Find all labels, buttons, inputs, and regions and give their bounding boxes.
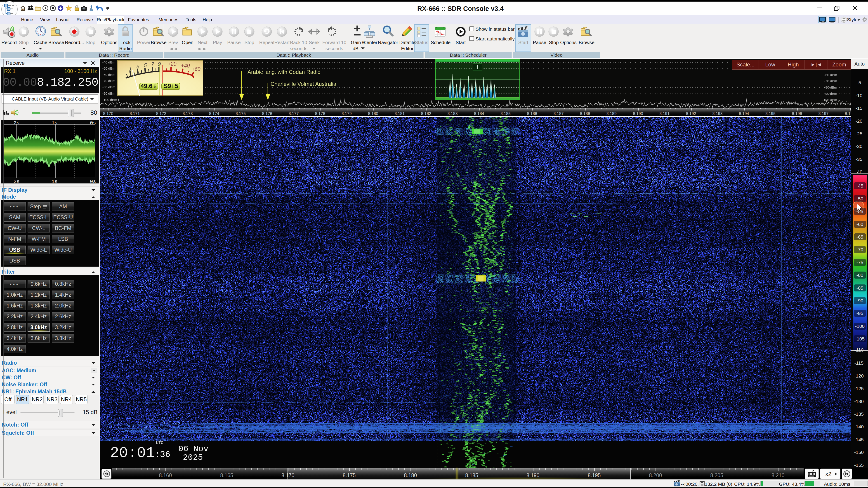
- svg-text:7: 7: [151, 61, 154, 67]
- svg-text:+60: +60: [191, 66, 200, 72]
- svg-text:49.6: 49.6: [141, 83, 153, 90]
- svg-text:3: 3: [136, 64, 140, 70]
- svg-text:S9+5: S9+5: [164, 83, 178, 90]
- svg-text:1: 1: [129, 66, 132, 72]
- svg-text:+20: +20: [167, 61, 176, 67]
- svg-text:SNR: SNR: [154, 83, 156, 88]
- svg-text:5: 5: [144, 62, 147, 68]
- svg-text:+40: +40: [181, 63, 190, 69]
